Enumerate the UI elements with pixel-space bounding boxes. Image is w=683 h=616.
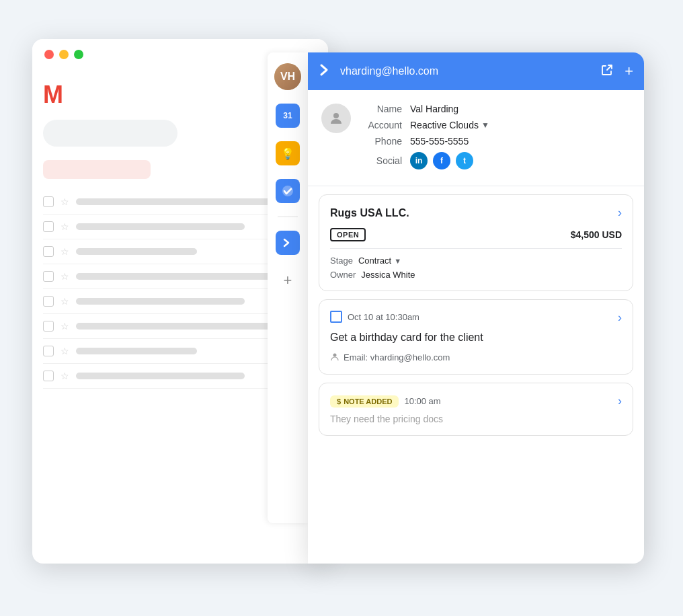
email-line [76, 223, 245, 230]
note-badge-row: $ NOTE ADDED 10:00 am [330, 395, 441, 408]
sidebar-item-tasks[interactable] [276, 179, 300, 203]
email-checkbox[interactable] [43, 221, 54, 232]
star-icon[interactable]: ☆ [61, 346, 69, 356]
deal-open-badge: OPEN [330, 228, 366, 241]
star-icon[interactable]: ☆ [61, 221, 69, 232]
avatar-face: VH [274, 63, 301, 90]
owner-label: Owner [330, 270, 356, 280]
crm-logo-icon [319, 63, 333, 81]
contact-info-section: Name Val Harding Account Reactive Clouds… [308, 90, 644, 186]
sidebar-item-crm[interactable] [276, 231, 300, 255]
note-badge-label: NOTE ADDED [344, 397, 392, 406]
sidebar-item-bulb[interactable]: 💡 [276, 141, 300, 165]
stage-name: Contract [358, 256, 391, 266]
name-label: Name [362, 104, 402, 114]
stage-value[interactable]: Contract ▼ [358, 256, 401, 266]
account-name: Reactive Clouds [410, 120, 479, 130]
facebook-icon[interactable]: f [433, 152, 450, 169]
deal-meta: Stage Contract ▼ Owner Jessica White [330, 256, 622, 280]
external-link-icon[interactable] [600, 63, 614, 80]
sidebar-item-calendar[interactable]: 31 [276, 104, 300, 128]
social-icons-group: in f t [410, 152, 473, 169]
crm-cards-list: Rugs USA LLC. › OPEN $4,500 USD Stage Co… [308, 186, 644, 564]
email-checkbox[interactable] [43, 371, 54, 381]
email-checkbox[interactable] [43, 271, 54, 282]
sidebar-panel: VH 31 💡 + [268, 52, 308, 523]
email-checkbox[interactable] [43, 296, 54, 307]
linkedin-icon[interactable]: in [410, 152, 428, 169]
deal-chevron-icon[interactable]: › [618, 206, 622, 220]
crm-header: vharding@hello.com + [308, 52, 644, 90]
email-line [76, 348, 197, 354]
email-line [76, 248, 197, 255]
contact-name-value: Val Harding [410, 104, 458, 114]
task-checkbox[interactable] [330, 311, 342, 323]
deal-amount: $4,500 USD [571, 229, 622, 240]
email-checkbox[interactable] [43, 321, 54, 332]
social-label: Social [362, 155, 402, 166]
star-icon[interactable]: ☆ [61, 296, 69, 307]
stage-chevron-icon: ▼ [394, 257, 401, 265]
task-date: Oct 10 at 10:30am [348, 312, 419, 322]
deal-status-row: OPEN $4,500 USD [330, 228, 622, 241]
deal-name: Rugs USA LLC. [330, 207, 409, 219]
contact-details: Name Val Harding Account Reactive Clouds… [362, 104, 631, 175]
email-checkbox[interactable] [43, 196, 54, 207]
task-card: Oct 10 at 10:30am › Get a birthday card … [319, 299, 633, 375]
crm-panel: vharding@hello.com + [308, 52, 644, 564]
task-title: Get a birthday card for the client [330, 330, 622, 345]
task-chevron-icon[interactable]: › [618, 311, 622, 325]
twitter-icon[interactable]: t [456, 152, 473, 169]
task-contact-email: Email: vharding@hello.com [344, 352, 450, 362]
email-line [76, 373, 245, 379]
deal-owner-row: Owner Jessica White [330, 270, 622, 280]
account-chevron-icon: ▼ [481, 120, 489, 130]
sidebar-item-add[interactable]: + [276, 268, 300, 293]
note-added-badge: $ NOTE ADDED [330, 395, 399, 408]
deal-divider [330, 248, 622, 249]
star-icon[interactable]: ☆ [61, 371, 69, 381]
sidebar-divider [278, 217, 298, 217]
deal-card: Rugs USA LLC. › OPEN $4,500 USD Stage Co… [319, 194, 633, 291]
task-contact-row: Email: vharding@hello.com [330, 352, 622, 363]
contact-name-row: Name Val Harding [362, 104, 631, 114]
phone-label: Phone [362, 136, 402, 147]
note-text: They need the pricing docs [330, 414, 622, 424]
user-avatar-icon[interactable]: VH [274, 63, 301, 90]
star-icon[interactable]: ☆ [61, 321, 69, 332]
star-icon[interactable]: ☆ [61, 246, 69, 257]
task-header: Oct 10 at 10:30am › [330, 311, 622, 325]
email-line [76, 298, 245, 305]
note-chevron-icon[interactable]: › [618, 394, 622, 408]
contact-account-row: Account Reactive Clouds ▼ [362, 120, 631, 130]
star-icon[interactable]: ☆ [61, 271, 69, 282]
note-header: $ NOTE ADDED 10:00 am › [330, 394, 622, 408]
deal-stage-row: Stage Contract ▼ [330, 256, 622, 266]
email-checkbox[interactable] [43, 246, 54, 257]
dot-green[interactable] [74, 50, 83, 59]
contact-social-row: Social in f t [362, 152, 631, 169]
gmail-search-bar [43, 120, 177, 147]
phone-value: 555-555-5555 [410, 136, 469, 147]
dollar-icon: $ [337, 397, 341, 406]
dot-red[interactable] [44, 50, 54, 59]
email-checkbox[interactable] [43, 346, 54, 356]
task-date-row: Oct 10 at 10:30am [330, 311, 419, 323]
account-value[interactable]: Reactive Clouds ▼ [410, 120, 489, 130]
contact-phone-row: Phone 555-555-5555 [362, 136, 631, 147]
gmail-logo: M [43, 81, 63, 109]
add-contact-icon[interactable]: + [625, 63, 633, 80]
person-icon [330, 352, 339, 363]
crm-header-actions: + [600, 63, 633, 80]
note-card: $ NOTE ADDED 10:00 am › They need the pr… [319, 383, 633, 436]
deal-header: Rugs USA LLC. › [330, 206, 622, 220]
star-icon[interactable]: ☆ [61, 196, 69, 207]
account-label: Account [362, 120, 402, 130]
svg-point-2 [333, 354, 337, 357]
note-time: 10:00 am [404, 396, 440, 406]
svg-point-1 [333, 113, 339, 118]
gmail-pink-highlight [43, 160, 151, 179]
contact-avatar [321, 104, 351, 133]
dot-yellow[interactable] [59, 50, 69, 59]
contact-email: vharding@hello.com [340, 65, 594, 77]
